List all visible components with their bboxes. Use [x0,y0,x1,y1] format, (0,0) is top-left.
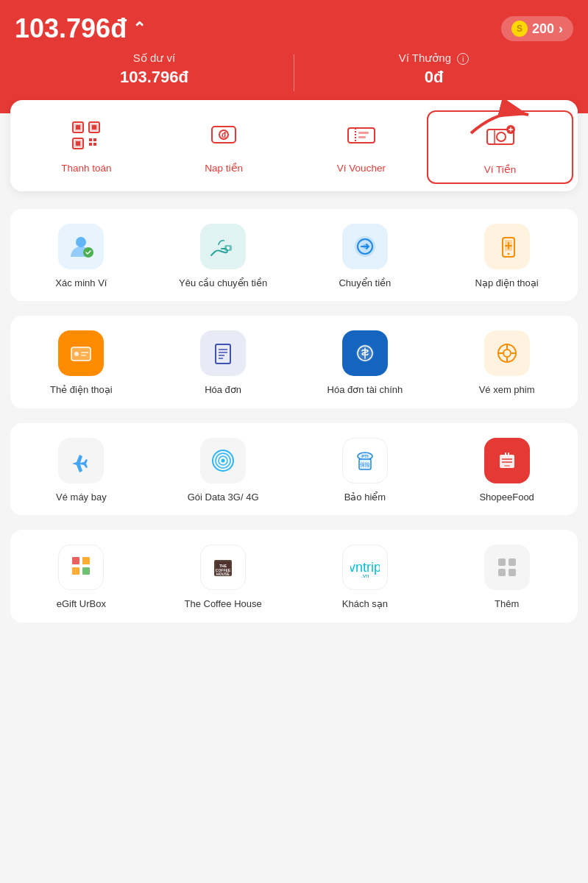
shopee-food-label: ShopeeFood [479,491,534,504]
action-vi-voucher[interactable]: Ví Voucher [293,116,431,175]
hoa-don-tc-icon-box [342,330,388,376]
hoa-don-label: Hóa đơn [205,383,241,397]
the-dt-icon-box [58,330,104,376]
svg-rect-80 [498,569,506,576]
qr-code-icon [70,119,102,152]
financial-bill-icon [350,338,380,368]
chevron-up-icon: ⌃ [132,19,146,38]
action-vi-tien[interactable]: Ví Tiền [427,110,573,184]
services-row-3: Vé máy bay Gói Data 3G/ 4G PTI 保险 [10,423,578,516]
service-chuyen-tien[interactable]: Chuyển tiền [294,209,436,302]
svg-rect-37 [71,347,91,361]
them-label: Thêm [495,597,519,611]
them-icon-box [484,545,530,590]
bottom-spacer [0,637,588,696]
more-grid-icon [492,553,522,582]
svg-rect-79 [509,558,516,566]
svg-point-36 [507,252,509,255]
services-row-4: eGift UrBox THE COFFEE HOUSE The Coffee … [10,530,578,623]
nap-tien-icon: đ [208,119,240,152]
action-thanh-toan[interactable]: Thanh toán [18,116,155,175]
yeu-cau-icon-box [200,224,246,269]
vi-thuong-label: Ví Thưởng i [294,52,573,65]
balance-number: 103.796đ [15,13,127,44]
coffee-house-icon: THE COFFEE HOUSE [208,553,238,582]
so-du-vi-label: Số dư ví [15,52,294,65]
service-ve-xem-phim[interactable]: Vé xem phim [436,316,578,408]
vi-thuong-value: 0đ [294,68,573,87]
quick-actions-wrapper: Thanh toán đ Nap tiền [10,100,578,191]
svg-rect-70 [82,567,90,575]
service-hoa-don[interactable]: Hóa đơn [152,316,294,408]
svg-point-30 [227,247,230,249]
service-nap-dien-thoai[interactable]: Nạp điện thoại [436,209,578,302]
svg-rect-19 [358,136,366,138]
service-shopee-food[interactable]: ShopeeFood [436,423,578,516]
svg-rect-8 [76,141,80,146]
svg-rect-12 [93,143,96,146]
service-the-dien-thoai[interactable]: Thẻ điện thoại [10,316,152,408]
ve-phim-icon-box [484,330,530,376]
vi-voucher-label: Ví Voucher [337,162,386,175]
goi-data-label: Gói Data 3G/ 4G [188,491,259,504]
nap-dt-icon-box [484,224,530,269]
svg-rect-18 [358,132,369,134]
svg-point-33 [363,244,367,249]
so-du-vi-value: 103.796đ [15,68,294,87]
svg-text:đ: đ [222,131,227,139]
bill-icon [208,338,238,368]
header: 103.796đ ⌃ S 200 › Số dư ví 103.796đ Ví … [0,0,588,113]
phone-card-icon [66,338,96,368]
xac-minh-vi-icon-box [58,224,104,269]
hotel-icon: vntrip .vn [350,553,380,582]
hoa-don-tc-label: Hóa đơn tài chính [327,383,403,397]
coins-count: 200 [532,21,554,37]
svg-rect-41 [81,355,86,356]
shopee-food-icon-box [484,438,530,483]
coin-icon: S [511,21,528,37]
vi-tien-icon [484,121,517,153]
services-row-2: Thẻ điện thoại Hóa đơn [10,316,578,408]
service-xac-minh-vi[interactable]: Xác minh Ví [10,209,152,302]
info-icon[interactable]: i [457,53,469,65]
insurance-icon: PTI 保险 [350,446,380,475]
svg-rect-67 [72,557,79,564]
goi-data-icon-box [200,438,246,483]
vi-voucher-icon-box [340,116,383,155]
quick-actions-panel: Thanh toán đ Nap tiền [10,100,578,191]
khach-san-label: Khách sạn [342,597,388,611]
nap-tien-icon-box: đ [202,116,245,155]
vi-voucher-icon [345,119,378,152]
chuyen-tien-icon-box [342,224,388,269]
svg-rect-42 [216,344,230,364]
service-goi-data[interactable]: Gói Data 3G/ 4G [152,423,294,516]
vi-thuong-section: Ví Thưởng i 0đ [294,52,573,87]
svg-rect-78 [498,558,506,566]
vi-tien-icon-box [479,118,522,156]
svg-point-58 [222,458,225,462]
svg-rect-81 [509,569,516,576]
service-ve-may-bay[interactable]: Vé máy bay [10,423,152,516]
service-hoa-don-tc[interactable]: Hóa đơn tài chính [294,316,436,408]
egift-label: eGift UrBox [57,597,106,611]
egift-icon-box [58,545,104,590]
svg-rect-64 [504,465,510,467]
service-yeu-cau-chuyen-tien[interactable]: Yêu cầu chuyển tiền [152,209,294,302]
service-coffee-house[interactable]: THE COFFEE HOUSE The Coffee House [152,530,294,623]
service-egift-urbox[interactable]: eGift UrBox [10,530,152,623]
shopee-food-icon [492,446,522,475]
coins-badge[interactable]: S 200 › [501,16,573,41]
vi-tien-label: Ví Tiền [484,163,517,177]
service-khach-san[interactable]: vntrip .vn Khách sạn [294,530,436,623]
action-nap-tien[interactable]: đ Nap tiền [155,116,293,175]
coins-chevron-icon: › [559,21,563,37]
service-bao-hiem[interactable]: PTI 保险 Bảo hiểm [294,423,436,516]
service-them[interactable]: Thêm [436,530,578,623]
gift-box-icon [66,553,96,582]
xac-minh-vi-label: Xác minh Ví [55,277,107,290]
coffee-house-label: The Coffee House [184,597,261,611]
services-row-1: Xác minh Ví Yêu cầu chuyển tiền [10,209,578,302]
thanh-toan-label: Thanh toán [61,162,111,175]
hand-money-icon [208,232,238,261]
svg-rect-2 [76,125,80,130]
